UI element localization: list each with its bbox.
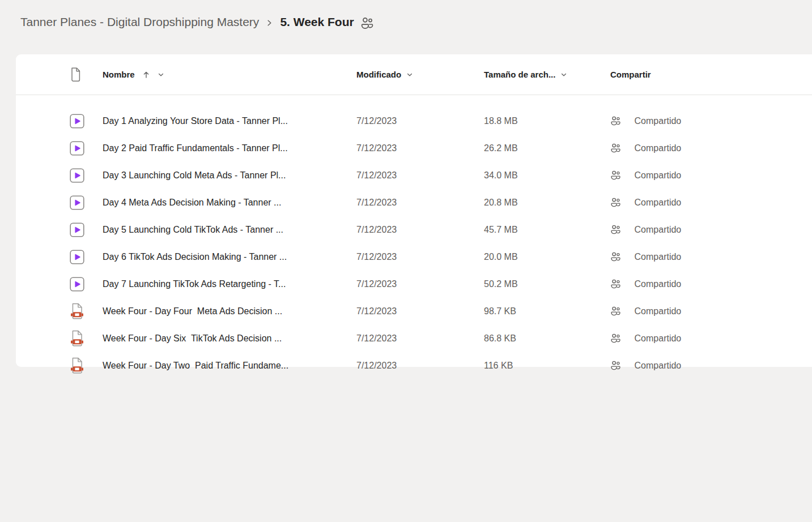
video-file-icon — [70, 250, 84, 264]
file-name-link[interactable]: Week Four - Day Six TikTok Ads Decision … — [103, 333, 282, 343]
sort-ascending-icon — [142, 71, 150, 79]
modified-date: 7/12/2023 — [356, 225, 397, 234]
file-size: 26.2 MB — [484, 143, 518, 153]
file-name-link[interactable]: Day 2 Paid Traffic Fundamentals - Tanner… — [103, 143, 288, 153]
chevron-down-icon — [406, 71, 413, 78]
table-row[interactable]: Day 6 TikTok Ads Decision Making - Tanne… — [16, 231, 812, 258]
modified-date: 7/12/2023 — [356, 252, 397, 262]
file-size: 20.0 MB — [484, 252, 518, 262]
video-file-icon — [70, 195, 84, 210]
file-name-link[interactable]: Day 5 Launching Cold TikTok Ads - Tanner… — [103, 225, 283, 234]
folder-shared-people-icon — [360, 16, 374, 30]
chevron-down-icon — [158, 71, 164, 78]
column-header-modified[interactable]: Modificado — [356, 70, 484, 79]
file-name-link[interactable]: Day 7 Launching TikTok Ads Retargeting -… — [103, 279, 286, 289]
video-file-icon — [70, 168, 84, 183]
table-row[interactable]: Day 2 Paid Traffic Fundamentals - Tanner… — [16, 122, 812, 149]
video-document-file-icon — [70, 357, 84, 374]
document-icon — [70, 67, 82, 82]
file-size: 50.2 MB — [484, 279, 518, 289]
chevron-right-icon — [265, 19, 274, 27]
file-size: 86.8 KB — [484, 333, 516, 343]
file-size: 18.8 MB — [484, 116, 518, 126]
table-row[interactable]: Day 4 Meta Ads Decision Making - Tanner … — [16, 177, 812, 204]
table-row[interactable]: Week Four - Day Two Paid Traffic Fundame… — [16, 340, 812, 367]
shared-label: Compartido — [635, 361, 682, 371]
modified-date: 7/12/2023 — [356, 333, 397, 343]
file-name-link[interactable]: Day 6 TikTok Ads Decision Making - Tanne… — [103, 252, 287, 262]
shared-status[interactable]: Compartido — [610, 340, 812, 391]
file-size: 34.0 MB — [484, 170, 518, 180]
file-size: 20.8 MB — [484, 198, 518, 207]
table-header: Nombre Modificado Tamaño de arch... — [16, 54, 812, 95]
modified-date: 7/12/2023 — [356, 170, 397, 180]
video-document-file-icon — [70, 303, 84, 320]
video-file-icon — [70, 223, 84, 237]
file-size: 45.7 MB — [484, 225, 518, 234]
modified-date: 7/12/2023 — [356, 198, 397, 207]
table-row[interactable]: Day 1 Analyzing Your Store Data - Tanner… — [16, 95, 812, 122]
table-row[interactable]: Week Four - Day Six TikTok Ads Decision … — [16, 313, 812, 340]
file-name-link[interactable]: Day 3 Launching Cold Meta Ads - Tanner P… — [103, 170, 286, 180]
breadcrumb-parent-folder[interactable]: Tanner Planes - Digital Dropshipping Mas… — [20, 15, 259, 29]
file-name-link[interactable]: Day 4 Meta Ads Decision Making - Tanner … — [103, 198, 281, 207]
table-row[interactable]: Day 3 Launching Cold Meta Ads - Tanner P… — [16, 149, 812, 177]
modified-date: 7/12/2023 — [356, 361, 397, 370]
video-file-icon — [70, 114, 84, 129]
breadcrumb: Tanner Planes - Digital Dropshipping Mas… — [20, 12, 374, 32]
table-row[interactable]: Day 7 Launching TikTok Ads Retargeting -… — [16, 258, 812, 285]
modified-date: 7/12/2023 — [356, 116, 397, 126]
file-rows: Day 1 Analyzing Your Store Data - Tanner… — [16, 95, 812, 367]
video-document-file-icon — [70, 330, 84, 347]
chevron-down-icon — [560, 71, 567, 78]
file-list-card: Nombre Modificado Tamaño de arch... — [16, 54, 812, 367]
video-file-icon — [70, 277, 84, 292]
table-row[interactable]: Day 5 Launching Cold TikTok Ads - Tanner… — [16, 204, 812, 231]
breadcrumb-current-folder: 5. Week Four — [280, 15, 354, 29]
modified-date: 7/12/2023 — [356, 143, 397, 153]
column-header-name[interactable]: Nombre — [103, 70, 356, 79]
video-file-icon — [70, 141, 84, 156]
modified-date: 7/12/2023 — [356, 306, 397, 316]
modified-date: 7/12/2023 — [356, 279, 397, 289]
file-size: 116 KB — [484, 361, 513, 370]
column-header-file-type[interactable] — [16, 67, 103, 82]
file-name-link[interactable]: Week Four - Day Two Paid Traffic Fundame… — [103, 361, 288, 370]
file-size: 98.7 KB — [484, 306, 516, 316]
column-header-share[interactable]: Compartir — [610, 70, 812, 79]
file-name-link[interactable]: Day 1 Analyzing Your Store Data - Tanner… — [103, 116, 288, 126]
people-icon — [610, 340, 631, 391]
file-name-link[interactable]: Week Four - Day Four Meta Ads Decision .… — [103, 306, 282, 316]
column-header-size[interactable]: Tamaño de arch... — [484, 70, 610, 79]
table-row[interactable]: Week Four - Day Four Meta Ads Decision .… — [16, 285, 812, 313]
